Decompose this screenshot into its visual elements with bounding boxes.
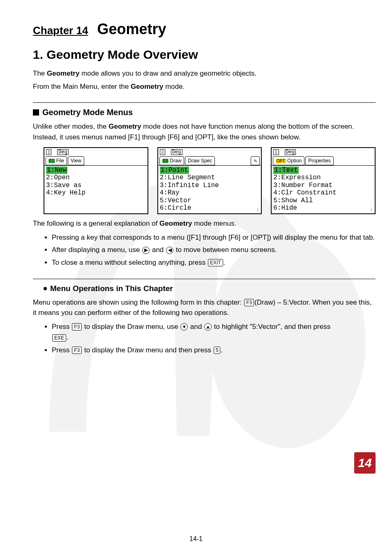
deg-icon: Deg	[171, 149, 182, 155]
bullet-item: To close a menu without selecting anythi…	[52, 257, 376, 268]
menus-p1: Unlike other modes, the Geometry mode do…	[33, 121, 376, 142]
calc-screen-file: ▯ Deg F1 File View 1:New 2:Open 3	[44, 147, 148, 214]
tab-drawspec[interactable]: Draw Spec	[185, 156, 215, 165]
menu-item-text[interactable]: 1:Text	[273, 166, 299, 174]
divider	[33, 279, 376, 279]
battery-icon: ▯	[273, 149, 279, 155]
f3-key-icon: F3	[72, 323, 82, 331]
exe-key-icon: EXE	[52, 334, 66, 342]
dot-bullet-icon	[44, 287, 47, 290]
chapter-label: Chapter 14	[33, 24, 88, 37]
subhead-ops: Menu Operations in This Chapter	[44, 284, 376, 293]
pencil-icon[interactable]: ✎	[251, 156, 260, 165]
intro-p2: From the Main Menu, enter the Geometry m…	[33, 81, 376, 92]
right-key-icon: ▶	[142, 247, 150, 254]
ops-p1: Menu operations are shown using the foll…	[33, 297, 376, 318]
menu-item-lineseg[interactable]: 2:Line Segment	[160, 174, 260, 181]
scroll-down-icon[interactable]: ↓	[370, 206, 373, 213]
deg-icon: Deg	[285, 149, 296, 155]
tab-draw[interactable]: F3 Draw	[159, 156, 184, 165]
chapter-badge: 14	[354, 452, 376, 474]
subhead-menus: Geometry Mode Menus	[33, 108, 376, 117]
left-key-icon: ◀	[166, 247, 173, 254]
status-bar: ▯ Deg	[158, 148, 261, 156]
page-number: 14-1	[0, 535, 392, 543]
scroll-down-icon[interactable]: ↓	[256, 206, 259, 213]
status-bar: ▯ Deg	[44, 148, 148, 156]
menu-item-circle[interactable]: 6:Circle	[160, 204, 260, 212]
battery-icon: ▯	[46, 149, 51, 155]
menu-item-open[interactable]: 2:Open	[46, 174, 146, 181]
menu-item-clrconst[interactable]: 4:Clr Constraint	[273, 189, 373, 197]
status-bar: ▯ Deg	[272, 148, 375, 156]
deg-icon: Deg	[57, 149, 69, 155]
divider	[33, 102, 376, 103]
menu-item-numformat[interactable]: 3:Number Format	[273, 182, 373, 189]
up-key-icon: ▲	[204, 323, 212, 331]
section-title: 1. Geometry Mode Overview	[33, 48, 376, 62]
bullet-list-2: Press F3 to display the Draw menu, use ▼…	[44, 321, 376, 356]
menu-item-expression[interactable]: 2:Expression	[273, 174, 373, 181]
opt-badge-icon: OPT	[276, 159, 286, 163]
bullet-item: Press F3 to display the Draw menu, use ▼…	[52, 321, 376, 343]
menu-item-point[interactable]: 1:Point	[160, 166, 189, 174]
tab-file[interactable]: F1 File	[46, 156, 67, 165]
f3-key-icon: F3	[72, 347, 82, 354]
bullet-item: Pressing a key that corresponds to a men…	[52, 232, 376, 243]
menu-item-new[interactable]: 1:New	[46, 166, 67, 174]
menu-item-infline[interactable]: 3:Infinite Line	[160, 182, 260, 189]
square-bullet-icon	[33, 109, 39, 116]
f3-key-icon: F3	[244, 299, 254, 306]
menu-item-vector[interactable]: 5:Vector	[160, 197, 260, 204]
screens-row: ▯ Deg F1 File View 1:New 2:Open 3	[44, 147, 376, 214]
chapter-title: Chapter 14 Geometry	[33, 21, 376, 38]
tab-view[interactable]: View	[68, 156, 84, 165]
battery-icon: ▯	[160, 149, 165, 155]
chapter-name: Geometry	[97, 21, 166, 37]
menu-item-saveas[interactable]: 3:Save as	[46, 182, 146, 189]
calc-screen-option: ▯ Deg OPT Option Properties 1:Text 2:Exp…	[271, 147, 376, 214]
calc-screen-draw: ▯ Deg F3 Draw Draw Spec ✎ 1:Point	[157, 147, 262, 214]
intro-p1: The Geometry mode allows you to draw and…	[33, 68, 376, 79]
exit-key-icon: EXIT	[208, 259, 223, 266]
bullet-list-1: Pressing a key that corresponds to a men…	[44, 232, 376, 268]
menu-item-ray[interactable]: 4:Ray	[160, 189, 260, 197]
down-key-icon: ▼	[180, 323, 188, 331]
menu-item-showall[interactable]: 5:Show All	[273, 197, 373, 204]
f3-badge-icon: F3	[162, 159, 169, 163]
bullet-item: After displaying a menu, use ▶ and ◀ to …	[52, 245, 376, 255]
bullet-item: Press F3 to display the Draw menu and th…	[52, 345, 376, 356]
menu-item-hide[interactable]: 6:Hide	[273, 204, 373, 212]
tab-option[interactable]: OPT Option	[273, 156, 304, 165]
f1-badge-icon: F1	[48, 159, 55, 163]
menu-item-keyhelp[interactable]: 4:Key Help	[46, 189, 146, 197]
five-key-icon: 5	[214, 347, 221, 354]
after-screens-p1: The following is a general explanation o…	[33, 218, 376, 229]
tab-properties[interactable]: Properties	[305, 156, 334, 165]
